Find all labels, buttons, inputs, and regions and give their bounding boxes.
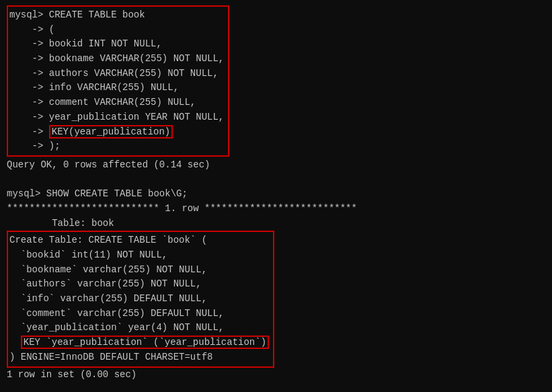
line-info: -> info VARCHAR(255) NULL, bbox=[9, 81, 224, 95]
table-label: Table: book bbox=[7, 217, 545, 231]
line-bookid: -> bookid INT NOT NULL, bbox=[9, 37, 224, 52]
result-year-pub: `year_publication` year(4) NOT NULL, bbox=[9, 321, 269, 336]
show-create-cmd: mysql> SHOW CREATE TABLE book\G; bbox=[7, 187, 545, 202]
query-ok: Query OK, 0 rows affected (0.14 sec) bbox=[7, 158, 545, 173]
line-authors: -> authors VARCHAR(255) NOT NULL, bbox=[9, 67, 224, 81]
result-bookname: `bookname` varchar(255) NOT NULL, bbox=[9, 263, 269, 278]
result-key: KEY `year_publication` (`year_publicatio… bbox=[9, 336, 269, 350]
show-create-result: Create Table: CREATE TABLE `book` ( `boo… bbox=[7, 231, 274, 367]
result-bookid: `bookid` int(11) NOT NULL, bbox=[9, 248, 269, 263]
result-comment: `comment` varchar(255) DEFAULT NULL, bbox=[9, 307, 269, 321]
line-year-pub: -> year_publication YEAR NOT NULL, bbox=[9, 110, 224, 125]
line-bookname: -> bookname VARCHAR(255) NOT NULL, bbox=[9, 52, 224, 67]
create-table-block: mysql> CREATE TABLE book -> ( -> bookid … bbox=[7, 5, 545, 157]
result-info: `info` varchar(255) DEFAULT NULL, bbox=[9, 292, 269, 307]
line-comment: -> comment VARCHAR(255) NULL, bbox=[9, 95, 224, 110]
result-engine: ) ENGINE=InnoDB DEFAULT CHARSET=utf8 bbox=[9, 350, 269, 365]
row-info: 1 row in set (0.00 sec) bbox=[7, 368, 545, 383]
line-create-table: mysql> CREATE TABLE book bbox=[9, 8, 224, 23]
terminal-window: mysql> CREATE TABLE book -> ( -> bookid … bbox=[0, 0, 552, 392]
line-paren-open: -> ( bbox=[9, 23, 224, 38]
create-table-header: Create Table: CREATE TABLE `book` ( bbox=[9, 233, 269, 248]
line-paren-close: -> ); bbox=[9, 139, 224, 154]
result-authors: `authors` varchar(255) NOT NULL, bbox=[9, 277, 269, 292]
line-key: -> KEY(year_publication) bbox=[9, 125, 224, 140]
separator-line: *************************** 1. row *****… bbox=[7, 202, 545, 217]
